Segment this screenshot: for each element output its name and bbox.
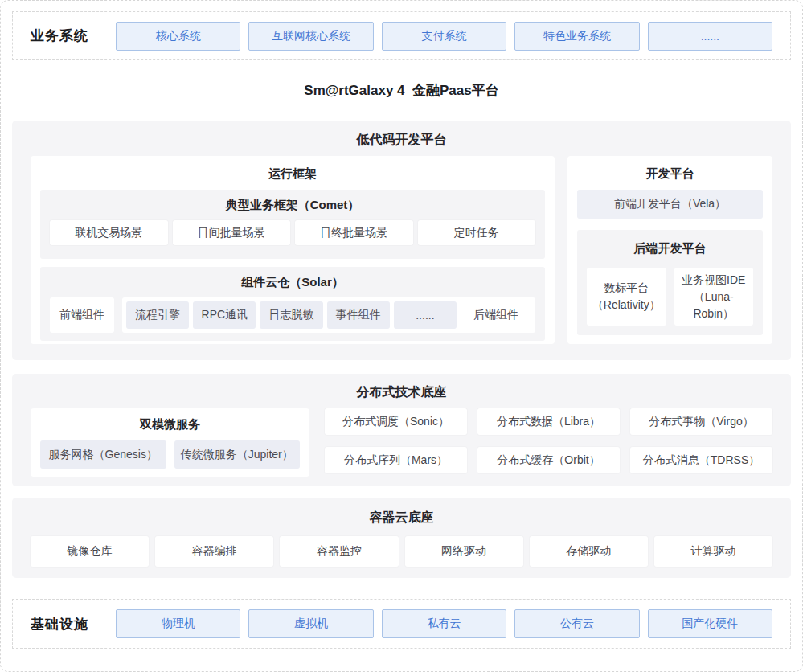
- comet-framework-title: 典型业务框架（Comet）: [50, 197, 535, 213]
- solar-chip-process-engine: 流程引擎: [126, 301, 189, 329]
- solar-chip-log-masking: 日志脱敏: [260, 301, 322, 329]
- relativity-name: 数标平台: [604, 280, 649, 297]
- business-systems-label: 业务系统: [31, 27, 88, 45]
- luna-robin-code: （Luna-Robin）: [674, 289, 754, 322]
- backend-platform-title: 后端开发平台: [587, 240, 753, 256]
- infrastructure-boxes: 物理机 虚拟机 私有云 公有云 国产化硬件: [116, 609, 772, 638]
- distributed-item-virgo: 分布式事物（Virgo）: [630, 408, 772, 435]
- distributed-base-panel: 分布式技术底座 双模微服务 服务网格（Genesis） 传统微服务（Jupite…: [12, 374, 791, 486]
- low-code-panel: 低代码开发平台 运行框架 典型业务框架（Comet） 联机交易场景 日间批量场景…: [12, 121, 791, 360]
- comet-item-daytime-batch: 日间批量场景: [173, 220, 291, 245]
- solar-item-row: 前端组件 流程引擎 RPC通讯 日志脱敏 事件组件 ...... 后端组件: [50, 297, 535, 333]
- comet-framework-box: 典型业务框架（Comet） 联机交易场景 日间批量场景 日终批量场景 定时任务: [40, 190, 545, 259]
- backend-platform-box: 后端开发平台 数标平台 （Relativity） 业务视图IDE （Luna-R…: [577, 230, 763, 335]
- solar-chip-more: ......: [394, 301, 457, 329]
- dual-mode-microservice-card: 双模微服务 服务网格（Genesis） 传统微服务（Jupiter）: [31, 408, 309, 477]
- backend-platform-row: 数标平台 （Relativity） 业务视图IDE （Luna-Robin）: [587, 268, 753, 326]
- solar-chip-rpc: RPC通讯: [193, 301, 256, 329]
- container-item-storage-driver: 存储驱动: [530, 536, 648, 567]
- solar-component-box: 组件云仓（Solar） 前端组件 流程引擎 RPC通讯 日志脱敏 事件组件 ..…: [40, 267, 545, 341]
- distributed-item-mars: 分布式序列（Mars）: [325, 447, 467, 473]
- dual-mode-title: 双模微服务: [40, 416, 300, 432]
- container-item-compute-driver: 计算驱动: [654, 536, 772, 567]
- comet-item-scheduled-task: 定时任务: [418, 220, 536, 245]
- infrastructure-box-vm: 虚拟机: [248, 609, 373, 638]
- infrastructure-box-private-cloud: 私有云: [382, 609, 506, 638]
- luna-robin-name: 业务视图IDE: [682, 272, 745, 289]
- comet-item-eod-batch: 日终批量场景: [295, 220, 413, 245]
- container-item-monitoring: 容器监控: [280, 536, 398, 567]
- solar-chip-strip: 流程引擎 RPC通讯 日志脱敏 事件组件 ...... 后端组件: [122, 297, 535, 333]
- distributed-item-tdrss: 分布式消息（TDRSS）: [630, 447, 772, 473]
- genesis-service-mesh-chip: 服务网格（Genesis）: [40, 440, 166, 469]
- infrastructure-label: 基础设施: [31, 615, 88, 633]
- distributed-item-orbit: 分布式缓存（Orbit）: [477, 447, 620, 473]
- business-system-box-internet-core: 互联网核心系统: [248, 22, 373, 51]
- business-systems-boxes: 核心系统 互联网核心系统 支付系统 特色业务系统 ......: [116, 22, 772, 51]
- infrastructure-box-physical: 物理机: [116, 609, 240, 638]
- comet-item-row: 联机交易场景 日间批量场景 日终批量场景 定时任务: [50, 220, 535, 245]
- business-system-box-special: 特色业务系统: [514, 22, 639, 51]
- solar-front-component-box: 前端组件: [50, 297, 114, 333]
- jupiter-microservice-chip: 传统微服务（Jupiter）: [174, 440, 301, 469]
- runtime-framework-card: 运行框架 典型业务框架（Comet） 联机交易场景 日间批量场景 日终批量场景 …: [31, 156, 555, 344]
- business-system-box-core: 核心系统: [116, 22, 240, 51]
- main-title: Sm@rtGalaxy 4 金融Paas平台: [304, 81, 498, 100]
- low-code-columns: 运行框架 典型业务框架（Comet） 联机交易场景 日间批量场景 日终批量场景 …: [31, 156, 772, 344]
- vela-frontend-platform-chip: 前端开发平台（Vela）: [577, 190, 763, 219]
- infrastructure-box-public-cloud: 公有云: [514, 609, 639, 638]
- architecture-diagram: 业务系统 核心系统 互联网核心系统 支付系统 特色业务系统 ...... Sm@…: [0, 0, 803, 672]
- business-systems-row: 业务系统 核心系统 互联网核心系统 支付系统 特色业务系统 ......: [12, 11, 791, 60]
- distributed-columns: 双模微服务 服务网格（Genesis） 传统微服务（Jupiter） 分布式调度…: [31, 408, 772, 477]
- infrastructure-row: 基础设施 物理机 虚拟机 私有云 公有云 国产化硬件: [12, 599, 791, 649]
- business-system-box-payment: 支付系统: [382, 22, 506, 51]
- solar-back-component-label: 后端组件: [461, 308, 531, 322]
- business-system-box-more: ......: [648, 22, 772, 51]
- relativity-code: （Relativity）: [592, 297, 661, 313]
- backend-cell-relativity: 数标平台 （Relativity）: [587, 268, 666, 326]
- container-cloud-title: 容器云底座: [31, 498, 772, 527]
- container-item-image-repo: 镜像仓库: [31, 536, 149, 567]
- distributed-base-title: 分布式技术底座: [31, 374, 772, 401]
- dev-platform-title: 开发平台: [577, 165, 763, 182]
- runtime-framework-title: 运行框架: [40, 165, 545, 182]
- distributed-item-libra: 分布式数据（Libra）: [477, 408, 620, 435]
- main-title-wrap: Sm@rtGalaxy 4 金融Paas平台: [12, 60, 791, 121]
- container-cloud-panel: 容器云底座 镜像仓库 容器编排 容器监控 网络驱动 存储驱动 计算驱动: [12, 498, 791, 578]
- container-item-network-driver: 网络驱动: [405, 536, 523, 567]
- backend-cell-luna-robin: 业务视图IDE （Luna-Robin）: [674, 268, 754, 326]
- solar-chip-event: 事件组件: [327, 301, 390, 329]
- infrastructure-box-domestic-hw: 国产化硬件: [648, 609, 772, 638]
- low-code-panel-title: 低代码开发平台: [31, 121, 772, 149]
- solar-component-title: 组件云仓（Solar）: [50, 274, 535, 290]
- container-item-orchestration: 容器编排: [155, 536, 273, 567]
- distributed-item-sonic: 分布式调度（Sonic）: [325, 408, 467, 435]
- distributed-items-grid: 分布式调度（Sonic） 分布式数据（Libra） 分布式事物（Virgo） 分…: [325, 408, 772, 477]
- container-cloud-row: 镜像仓库 容器编排 容器监控 网络驱动 存储驱动 计算驱动: [31, 536, 772, 567]
- dev-platform-card: 开发平台 前端开发平台（Vela） 后端开发平台 数标平台 （Relativit…: [567, 156, 772, 344]
- comet-item-online-trading: 联机交易场景: [50, 220, 168, 245]
- dual-mode-chips: 服务网格（Genesis） 传统微服务（Jupiter）: [40, 440, 300, 469]
